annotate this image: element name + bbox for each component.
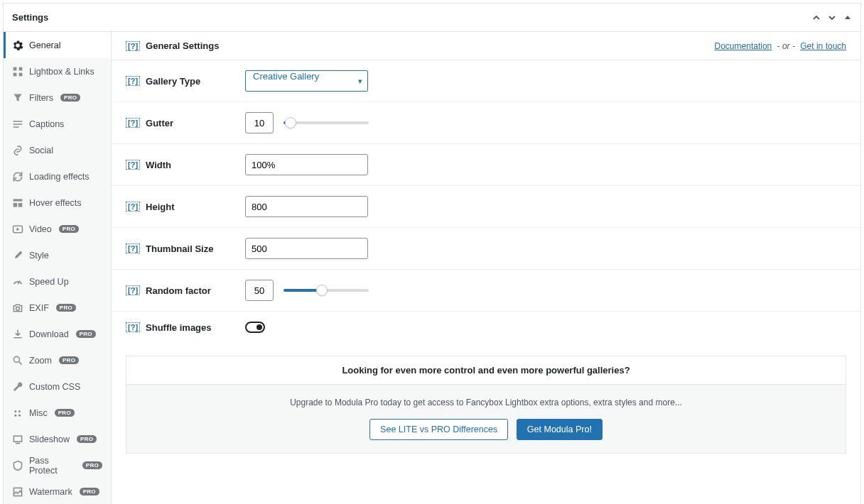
svg-point-16 (18, 414, 21, 416)
svg-rect-17 (14, 436, 21, 442)
content-header: [?] General Settings Documentation - or … (112, 32, 860, 60)
pro-badge: PRO (59, 356, 79, 364)
sidebar-item-label: Zoom (29, 356, 52, 366)
sidebar-item-social[interactable]: Social (4, 137, 111, 163)
layout-icon (12, 197, 23, 209)
help-icon[interactable]: [?] (126, 285, 140, 295)
sidebar-item-label: Download (29, 329, 69, 339)
download-icon (12, 329, 23, 340)
svg-rect-0 (14, 67, 17, 70)
sidebar-item-style[interactable]: Style (4, 242, 111, 268)
sidebar-item-label: Style (29, 251, 49, 261)
sidebar-item-customcss[interactable]: Custom CSS (4, 373, 111, 400)
pro-badge: PRO (76, 330, 96, 338)
lite-vs-pro-button[interactable]: See LITE vs PRO Differences (369, 419, 508, 440)
svg-point-13 (14, 410, 16, 412)
height-input[interactable] (245, 196, 368, 217)
gauge-icon (12, 276, 23, 287)
link-icon (12, 145, 23, 156)
sidebar-item-captions[interactable]: Captions (4, 111, 111, 137)
search-icon (12, 355, 23, 366)
panel-move-down-icon[interactable] (828, 13, 836, 22)
sidebar-item-filters[interactable]: Filters PRO (4, 84, 111, 111)
help-icon[interactable]: [?] (126, 202, 140, 212)
row-thumbnail-size: [?] Thumbnail Size (112, 228, 860, 270)
row-height: [?] Height (112, 186, 860, 228)
upsell-text: Upgrade to Modula Pro today to get acces… (139, 398, 833, 407)
sidebar-item-loading[interactable]: Loading effects (4, 163, 111, 190)
help-icon[interactable]: [?] (126, 76, 140, 86)
panel-move-up-icon[interactable] (812, 13, 821, 22)
or-separator: - or - (777, 41, 795, 51)
slideshow-icon (12, 434, 23, 445)
sidebar-item-general[interactable]: General (4, 32, 111, 58)
svg-point-11 (16, 307, 20, 310)
sidebar-item-label: Filters (29, 93, 53, 103)
sidebar-item-watermark[interactable]: Watermark PRO (4, 478, 111, 504)
random-factor-input[interactable] (245, 280, 274, 301)
filter-icon (12, 92, 23, 104)
row-gutter: [?] Gutter (112, 102, 860, 144)
refresh-icon (12, 171, 23, 182)
image-icon (12, 486, 23, 498)
svg-point-12 (14, 356, 19, 362)
gutter-slider[interactable] (284, 121, 369, 124)
sidebar-item-label: Speed Up (29, 277, 69, 287)
sidebar-item-exif[interactable]: EXIF PRO (4, 295, 111, 321)
width-input[interactable] (245, 154, 368, 175)
svg-rect-4 (14, 121, 23, 122)
sidebar-item-label: EXIF (29, 303, 49, 313)
field-label: Gutter (146, 118, 173, 128)
grid-icon (12, 66, 23, 77)
documentation-link[interactable]: Documentation (715, 41, 772, 51)
sidebar-item-hover[interactable]: Hover effects (4, 190, 111, 216)
help-icon[interactable]: [?] (126, 118, 140, 128)
sidebar-item-video[interactable]: Video PRO (4, 216, 111, 242)
field-label: Shuffle images (146, 322, 211, 333)
help-icon[interactable]: [?] (126, 41, 140, 51)
upsell-title: Looking for even more control and even m… (126, 356, 846, 384)
sidebar-item-label: Misc (29, 408, 48, 418)
sidebar-item-slideshow[interactable]: Slideshow PRO (4, 426, 111, 452)
get-in-touch-link[interactable]: Get in touch (800, 41, 846, 51)
sidebar-item-label: General (29, 40, 60, 50)
panel-collapse-icon[interactable] (843, 13, 852, 22)
brush-icon (12, 250, 23, 261)
svg-rect-5 (14, 124, 23, 125)
panel-header: Settings (4, 4, 860, 32)
sidebar-item-zoom[interactable]: Zoom PRO (4, 347, 111, 373)
sidebar-item-label: Pass Protect (29, 456, 75, 476)
svg-point-15 (14, 414, 16, 416)
pro-badge: PRO (56, 304, 76, 312)
upsell-section: Looking for even more control and even m… (112, 343, 860, 468)
sidebar-item-label: Loading effects (29, 172, 90, 182)
content-title: General Settings (146, 40, 219, 51)
random-factor-slider[interactable] (284, 289, 369, 292)
pro-badge: PRO (77, 435, 97, 443)
sidebar-item-speedup[interactable]: Speed Up (4, 268, 111, 295)
help-icon[interactable]: [?] (126, 160, 140, 170)
thumbnail-size-input[interactable] (245, 238, 368, 259)
row-gallery-type: [?] Gallery Type Creative Gallery ▾ (112, 60, 860, 102)
gutter-input[interactable] (245, 112, 274, 133)
field-label: Random factor (146, 285, 211, 296)
gear-icon (12, 40, 23, 51)
gallery-type-select[interactable]: Creative Gallery (245, 70, 368, 92)
sidebar-item-label: Slideshow (29, 434, 70, 444)
field-label: Width (146, 160, 171, 170)
play-icon (12, 224, 23, 235)
panel-title: Settings (12, 12, 48, 23)
help-icon[interactable]: [?] (126, 322, 140, 332)
svg-rect-6 (14, 126, 19, 128)
get-pro-button[interactable]: Get Modula Pro! (517, 419, 603, 440)
field-label: Gallery Type (146, 76, 200, 87)
pro-badge: PRO (60, 94, 80, 102)
sidebar-item-label: Hover effects (29, 198, 81, 208)
help-icon[interactable]: [?] (126, 243, 140, 253)
shuffle-toggle[interactable] (245, 322, 265, 333)
sidebar-item-download[interactable]: Download PRO (4, 321, 111, 347)
sidebar-item-label: Custom CSS (29, 382, 80, 392)
sidebar-item-misc[interactable]: Misc PRO (4, 400, 111, 426)
sidebar-item-passprotect[interactable]: Pass Protect PRO (4, 452, 111, 478)
sidebar-item-lightbox[interactable]: Lightbox & Links (4, 58, 111, 84)
